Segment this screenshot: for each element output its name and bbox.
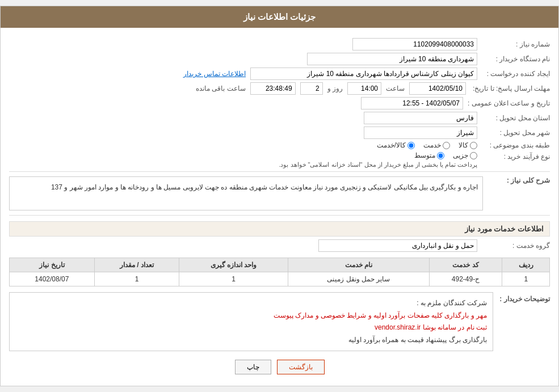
process-radio-group: جزیی متوسط [279, 151, 477, 159]
col-header-unit: واحد اندازه گیری [179, 258, 288, 272]
back-button[interactable]: بازگشت [277, 360, 325, 374]
table-row: 1 ح-49-492 سایر حمل ونقل زمینی 1 1 1402/… [10, 272, 550, 286]
province-input [364, 112, 477, 124]
print-button[interactable]: چاپ [235, 360, 271, 374]
announce-label: تاریخ و ساعت اعلان عمومی : [468, 99, 550, 107]
process-option-jozii[interactable]: جزیی [453, 151, 477, 159]
province-label: استان محل تحویل : [482, 114, 550, 122]
buyer-org-input [307, 53, 477, 65]
cell-date: 1402/08/07 [10, 272, 95, 286]
page-header: جزئیات اطلاعات نیاز [1, 6, 558, 28]
deadline-time-label: ساعت [386, 85, 405, 92]
deadline-label: مهلت ارسال پاسخ: تا تاریخ: [470, 85, 550, 92]
category-option-khedmat[interactable]: خدمت [423, 141, 450, 149]
buyer-notes-label: توضیحات خریدار : [499, 292, 550, 303]
buyer-note-line-3: بارگذاری برگ پیشنهاد قیمت به همراه برآور… [15, 334, 487, 347]
deadline-remaining-label: ساعت باقی مانده [196, 85, 246, 92]
category-option-kala-khedmat[interactable]: کالا/خدمت [377, 141, 415, 149]
services-table-container: ردیف کد خدمت نام خدمت واحد اندازه گیری ت… [9, 258, 550, 286]
need-number-input [352, 38, 477, 50]
cell-name: سایر حمل ونقل زمینی [288, 272, 429, 286]
col-header-date: تاریخ نیاز [10, 258, 95, 272]
service-group-input [318, 239, 477, 252]
cell-qty: 1 [94, 272, 179, 286]
col-header-code: کد خدمت [429, 258, 502, 272]
buyer-note-line-2: ثبت نام در سامانه بوشا vendor.shiraz.ir [15, 322, 487, 334]
deadline-time-input [347, 82, 381, 95]
cell-unit: 1 [179, 272, 288, 286]
buyer-note-line-0: شرکت کنندگان ملزم به : [15, 297, 487, 310]
button-row: بازگشت چاپ [9, 354, 550, 380]
cell-code: ح-49-492 [429, 272, 502, 286]
col-header-name: نام خدمت [288, 258, 429, 272]
creator-input [250, 68, 477, 80]
city-label: شهر محل تحویل : [482, 129, 550, 137]
buyer-note-line-1: مهر و بارگذاری کلیه صفحات برآورد اولیه و… [15, 310, 487, 322]
process-option-motavasset[interactable]: متوسط [414, 151, 444, 159]
process-label: نوع فرآیند خرید : [482, 153, 550, 161]
services-section-title: اطلاعات خدمات مورد نیاز [9, 221, 550, 237]
category-radio-group: کالا خدمت کالا/خدمت [377, 141, 477, 149]
process-note: پرداخت تمام یا بخشی از مبلغ خریدار از مح… [279, 161, 477, 168]
description-box: اجاره و بکارگیری بیل مکانیکی لاستیکی و ز… [9, 176, 483, 210]
category-option-kala[interactable]: کالا [459, 141, 477, 149]
deadline-days-label: روز و [327, 85, 343, 92]
cell-row: 1 [502, 272, 550, 286]
deadline-days-input [300, 82, 323, 95]
contact-link[interactable]: اطلاعات تماس خریدار [183, 70, 246, 78]
creator-label: ایجاد کننده درخواست : [482, 70, 550, 78]
announce-input [361, 97, 463, 109]
need-number-label: شماره نیاز : [482, 40, 550, 48]
col-header-qty: تعداد / مقدار [94, 258, 179, 272]
deadline-date-input [409, 82, 466, 95]
service-group-label: گروه خدمت : [482, 242, 550, 250]
services-table: ردیف کد خدمت نام خدمت واحد اندازه گیری ت… [9, 258, 550, 286]
buyer-org-label: نام دستگاه خریدار : [482, 55, 550, 63]
city-input [364, 127, 477, 139]
description-label: شرح کلی نیاز : [487, 176, 550, 184]
deadline-remaining-input [250, 82, 296, 95]
category-label: طبقه بندی موضوعی : [482, 141, 550, 149]
col-header-row: ردیف [502, 258, 550, 272]
buyer-notes-box: شرکت کنندگان ملزم به : مهر و بارگذاری کل… [9, 292, 493, 351]
